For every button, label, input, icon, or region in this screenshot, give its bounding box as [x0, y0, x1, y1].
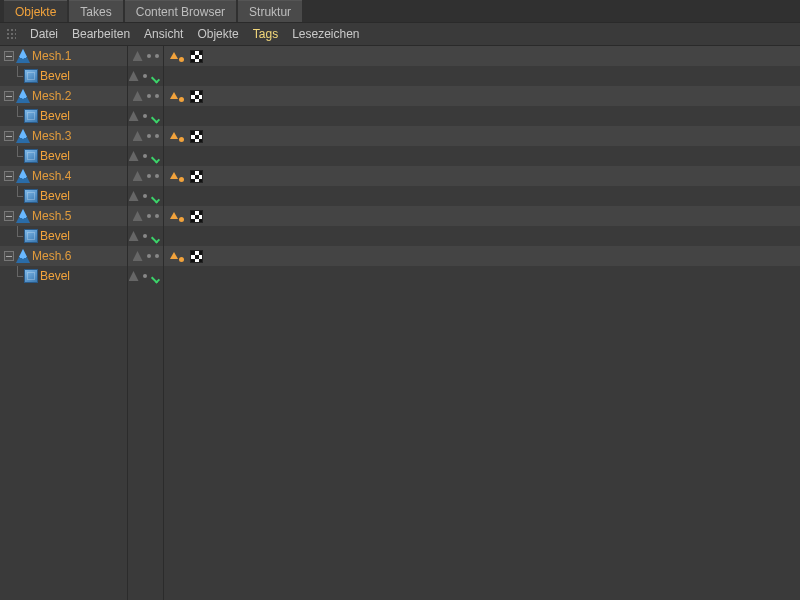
layer-dot-icon[interactable] [155, 94, 159, 98]
expand-toggle-icon[interactable] [4, 131, 14, 141]
enabled-check-icon[interactable] [151, 230, 163, 242]
enabled-check-icon[interactable] [151, 150, 163, 162]
visibility-toggles[interactable] [128, 46, 163, 66]
enabled-check-icon[interactable] [151, 70, 163, 82]
visibility-toggles[interactable] [128, 246, 163, 266]
texture-tag-icon[interactable] [190, 50, 203, 63]
tab-structure[interactable]: Struktur [238, 0, 302, 22]
layer-dot-icon[interactable] [147, 254, 151, 258]
polygon-selection-tag-icon[interactable] [170, 130, 184, 142]
editor-visibility-icon[interactable] [129, 111, 139, 121]
tree-row[interactable]: Mesh.4 [0, 166, 71, 186]
layer-dot-icon[interactable] [147, 94, 151, 98]
tree-row[interactable]: Mesh.5 [0, 206, 71, 226]
editor-visibility-icon[interactable] [133, 51, 143, 61]
dock-grip-icon[interactable] [6, 28, 16, 40]
layer-dot-icon[interactable] [143, 194, 147, 198]
visibility-toggles[interactable] [128, 106, 163, 126]
tab-content-browser[interactable]: Content Browser [125, 0, 236, 22]
menu-objects[interactable]: Objekte [197, 27, 238, 41]
editor-visibility-icon[interactable] [133, 91, 143, 101]
object-name[interactable]: Bevel [40, 69, 70, 83]
tree-row[interactable]: Mesh.2 [0, 86, 71, 106]
object-name[interactable]: Bevel [40, 189, 70, 203]
editor-visibility-icon[interactable] [129, 71, 139, 81]
object-name[interactable]: Mesh.5 [32, 209, 71, 223]
editor-visibility-icon[interactable] [129, 151, 139, 161]
visibility-toggles[interactable] [128, 166, 163, 186]
tree-row[interactable]: Mesh.1 [0, 46, 71, 66]
visibility-toggles[interactable] [128, 146, 163, 166]
layer-dot-icon[interactable] [147, 54, 151, 58]
expand-toggle-icon[interactable] [4, 91, 14, 101]
polygon-selection-tag-icon[interactable] [170, 210, 184, 222]
object-name[interactable]: Mesh.6 [32, 249, 71, 263]
object-name[interactable]: Bevel [40, 269, 70, 283]
editor-visibility-icon[interactable] [133, 211, 143, 221]
texture-tag-icon[interactable] [190, 250, 203, 263]
tab-takes[interactable]: Takes [69, 0, 122, 22]
object-name[interactable]: Bevel [40, 149, 70, 163]
visibility-toggles[interactable] [128, 86, 163, 106]
menu-edit[interactable]: Bearbeiten [72, 27, 130, 41]
tree-row[interactable]: Mesh.3 [0, 126, 71, 146]
layer-dot-icon[interactable] [143, 274, 147, 278]
texture-tag-icon[interactable] [190, 170, 203, 183]
object-name[interactable]: Mesh.1 [32, 49, 71, 63]
expand-toggle-icon[interactable] [4, 51, 14, 61]
enabled-check-icon[interactable] [151, 190, 163, 202]
menu-bookmarks[interactable]: Lesezeichen [292, 27, 359, 41]
texture-tag-icon[interactable] [190, 210, 203, 223]
tree-row[interactable]: Bevel [0, 186, 70, 206]
tree-row[interactable]: Mesh.6 [0, 246, 71, 266]
polygon-selection-tag-icon[interactable] [170, 250, 184, 262]
menu-view[interactable]: Ansicht [144, 27, 183, 41]
layer-dot-icon[interactable] [155, 54, 159, 58]
visibility-toggles[interactable] [128, 206, 163, 226]
editor-visibility-icon[interactable] [129, 271, 139, 281]
layer-dot-icon[interactable] [143, 74, 147, 78]
tree-row[interactable]: Bevel [0, 146, 70, 166]
expand-toggle-icon[interactable] [4, 211, 14, 221]
object-name[interactable]: Bevel [40, 229, 70, 243]
object-name[interactable]: Bevel [40, 109, 70, 123]
texture-tag-icon[interactable] [190, 130, 203, 143]
visibility-toggles[interactable] [128, 186, 163, 206]
layer-dot-icon[interactable] [155, 174, 159, 178]
polygon-selection-tag-icon[interactable] [170, 50, 184, 62]
expand-toggle-icon[interactable] [4, 171, 14, 181]
editor-visibility-icon[interactable] [133, 131, 143, 141]
layer-dot-icon[interactable] [143, 234, 147, 238]
layer-dot-icon[interactable] [147, 174, 151, 178]
enabled-check-icon[interactable] [151, 110, 163, 122]
layer-dot-icon[interactable] [147, 214, 151, 218]
tree-row[interactable]: Bevel [0, 66, 70, 86]
object-name[interactable]: Mesh.2 [32, 89, 71, 103]
visibility-toggles[interactable] [128, 266, 163, 286]
expand-toggle-icon[interactable] [4, 251, 14, 261]
editor-visibility-icon[interactable] [133, 251, 143, 261]
layer-dot-icon[interactable] [155, 254, 159, 258]
visibility-toggles[interactable] [128, 126, 163, 146]
editor-visibility-icon[interactable] [129, 191, 139, 201]
layer-dot-icon[interactable] [155, 214, 159, 218]
editor-visibility-icon[interactable] [129, 231, 139, 241]
layer-dot-icon[interactable] [143, 154, 147, 158]
editor-visibility-icon[interactable] [133, 171, 143, 181]
tree-row[interactable]: Bevel [0, 266, 70, 286]
object-name[interactable]: Mesh.3 [32, 129, 71, 143]
texture-tag-icon[interactable] [190, 90, 203, 103]
menu-tags[interactable]: Tags [253, 27, 278, 41]
tree-row[interactable]: Bevel [0, 226, 70, 246]
enabled-check-icon[interactable] [151, 270, 163, 282]
layer-dot-icon[interactable] [147, 134, 151, 138]
tab-objects[interactable]: Objekte [4, 0, 67, 22]
layer-dot-icon[interactable] [143, 114, 147, 118]
visibility-toggles[interactable] [128, 226, 163, 246]
object-name[interactable]: Mesh.4 [32, 169, 71, 183]
tree-row[interactable]: Bevel [0, 106, 70, 126]
visibility-toggles[interactable] [128, 66, 163, 86]
polygon-selection-tag-icon[interactable] [170, 90, 184, 102]
polygon-selection-tag-icon[interactable] [170, 170, 184, 182]
menu-file[interactable]: Datei [30, 27, 58, 41]
